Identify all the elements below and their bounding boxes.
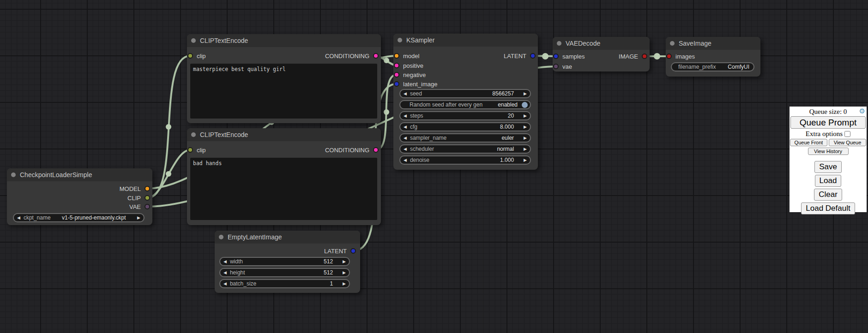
node-vae-decode[interactable]: VAEDecode samples vae IMAGE bbox=[553, 37, 650, 71]
increment-arrow-icon[interactable]: ▶ bbox=[137, 216, 140, 220]
graph-canvas[interactable]: CheckpointLoaderSimple MODEL CLIP VAE ◀ … bbox=[0, 0, 868, 333]
widget-label: Random seed after every gen bbox=[410, 101, 482, 108]
increment-arrow-icon[interactable]: ▶ bbox=[524, 125, 527, 129]
node-save-image[interactable]: SaveImage images filename_prefix ComfyUI bbox=[666, 37, 760, 77]
decrement-arrow-icon[interactable]: ◀ bbox=[404, 125, 407, 129]
queue-prompt-button[interactable]: Queue Prompt bbox=[790, 116, 866, 129]
queue-front-button[interactable]: Queue Front bbox=[790, 139, 827, 146]
widget-label: sampler_name bbox=[410, 135, 446, 141]
decrement-arrow-icon[interactable]: ◀ bbox=[404, 136, 407, 140]
prompt-textarea[interactable]: bad hands bbox=[190, 158, 377, 220]
collapse-dot-icon[interactable] bbox=[557, 41, 561, 46]
extra-options-checkbox[interactable] bbox=[844, 131, 850, 137]
decrement-arrow-icon[interactable]: ◀ bbox=[17, 216, 20, 220]
widget-label: cfg bbox=[410, 124, 417, 130]
seed-widget[interactable]: ◀ seed 8566257 ▶ bbox=[399, 89, 531, 98]
decrement-arrow-icon[interactable]: ◀ bbox=[404, 158, 407, 162]
scheduler-widget[interactable]: ◀ scheduler normal ▶ bbox=[399, 144, 531, 154]
image-port-icon[interactable] bbox=[642, 54, 647, 59]
prompt-textarea[interactable]: masterpiece best quality girl bbox=[190, 64, 377, 119]
model-port-icon[interactable] bbox=[145, 186, 150, 191]
collapse-dot-icon[interactable] bbox=[219, 235, 223, 239]
collapse-dot-icon[interactable] bbox=[191, 132, 196, 137]
increment-arrow-icon[interactable]: ▶ bbox=[524, 158, 527, 162]
node-title: VAEDecode bbox=[566, 40, 600, 47]
ckpt-name-widget[interactable]: ◀ ckpt_name v1-5-pruned-emaonly.ckpt ▶ bbox=[13, 213, 145, 222]
toggle-on-icon[interactable] bbox=[522, 102, 528, 108]
widget-label: filename_prefix bbox=[678, 64, 716, 70]
filename-prefix-widget[interactable]: filename_prefix ComfyUI bbox=[671, 62, 754, 71]
width-widget[interactable]: ◀ width 512 ▶ bbox=[219, 257, 350, 266]
model-port-icon[interactable] bbox=[394, 53, 399, 59]
sampler-name-widget[interactable]: ◀ sampler_name euler ▶ bbox=[399, 133, 531, 143]
collapse-dot-icon[interactable] bbox=[398, 38, 402, 42]
increment-arrow-icon[interactable]: ▶ bbox=[343, 260, 346, 264]
widget-label: height bbox=[230, 269, 245, 276]
latent-port-icon[interactable] bbox=[553, 54, 559, 59]
increment-arrow-icon[interactable]: ▶ bbox=[343, 282, 346, 286]
load-button[interactable]: Load bbox=[815, 175, 842, 187]
decrement-arrow-icon[interactable]: ◀ bbox=[223, 271, 227, 275]
latent-port-icon[interactable] bbox=[394, 81, 399, 87]
clip-port-icon[interactable] bbox=[187, 53, 193, 59]
collapse-dot-icon[interactable] bbox=[670, 41, 675, 46]
vae-port-icon[interactable] bbox=[553, 64, 559, 69]
node-ksampler[interactable]: KSampler model positive negative latent_… bbox=[393, 34, 538, 170]
increment-arrow-icon[interactable]: ▶ bbox=[524, 92, 527, 96]
output-slot-vae: VAE bbox=[129, 203, 150, 210]
widget-label: steps bbox=[410, 113, 423, 119]
clip-port-icon[interactable] bbox=[145, 195, 150, 201]
conditioning-port-icon[interactable] bbox=[373, 53, 379, 59]
random-seed-toggle-widget[interactable]: Random seed after every gen enabled bbox=[399, 100, 531, 109]
collapse-dot-icon[interactable] bbox=[11, 172, 16, 177]
output-label: LATENT bbox=[324, 248, 347, 255]
clear-button[interactable]: Clear bbox=[814, 189, 842, 201]
link-dot bbox=[384, 58, 389, 63]
output-label: LATENT bbox=[504, 53, 526, 59]
decrement-arrow-icon[interactable]: ◀ bbox=[223, 260, 227, 264]
vae-port-icon[interactable] bbox=[145, 204, 150, 209]
increment-arrow-icon[interactable]: ▶ bbox=[343, 271, 346, 275]
extra-options-label: Extra options bbox=[806, 130, 843, 138]
node-clip-text-encode-negative[interactable]: CLIPTextEncode clip CONDITIONING bad han… bbox=[187, 128, 381, 225]
node-checkpoint-loader-simple[interactable]: CheckpointLoaderSimple MODEL CLIP VAE ◀ … bbox=[7, 168, 152, 225]
image-port-icon[interactable] bbox=[666, 54, 672, 59]
widget-value: 8566257 bbox=[492, 90, 520, 97]
batch-size-widget[interactable]: ◀ batch_size 1 ▶ bbox=[219, 279, 350, 288]
increment-arrow-icon[interactable]: ▶ bbox=[524, 147, 527, 151]
decrement-arrow-icon[interactable]: ◀ bbox=[404, 147, 407, 151]
collapse-dot-icon[interactable] bbox=[191, 38, 196, 43]
settings-gear-icon[interactable]: ⚙ bbox=[859, 107, 865, 115]
latent-port-icon[interactable] bbox=[530, 53, 536, 59]
queue-size-label: Queue size: 0 bbox=[809, 108, 847, 115]
steps-widget[interactable]: ◀ steps 20 ▶ bbox=[399, 111, 531, 120]
height-widget[interactable]: ◀ height 512 ▶ bbox=[219, 268, 350, 277]
denoise-widget[interactable]: ◀ denoise 1.000 ▶ bbox=[399, 155, 531, 165]
view-queue-button[interactable]: View Queue bbox=[829, 139, 866, 146]
node-empty-latent-image[interactable]: EmptyLatentImage LATENT ◀ width 512 ▶ ◀ … bbox=[215, 231, 360, 293]
conditioning-port-icon[interactable] bbox=[394, 72, 399, 77]
node-clip-text-encode-positive[interactable]: CLIPTextEncode clip CONDITIONING masterp… bbox=[187, 34, 381, 123]
output-slot-latent: LATENT bbox=[504, 52, 536, 59]
increment-arrow-icon[interactable]: ▶ bbox=[524, 136, 527, 140]
latent-port-icon[interactable] bbox=[350, 248, 356, 254]
increment-arrow-icon[interactable]: ▶ bbox=[524, 114, 527, 118]
widget-label: seed bbox=[410, 90, 422, 97]
conditioning-port-icon[interactable] bbox=[373, 147, 379, 153]
output-label: IMAGE bbox=[619, 53, 638, 60]
widget-value: 512 bbox=[324, 269, 339, 276]
save-button[interactable]: Save bbox=[814, 161, 842, 173]
load-default-button[interactable]: Load Default bbox=[801, 202, 855, 214]
output-slot-conditioning: CONDITIONING bbox=[325, 146, 379, 154]
input-label: images bbox=[675, 53, 695, 60]
view-history-button[interactable]: View History bbox=[808, 148, 849, 155]
decrement-arrow-icon[interactable]: ◀ bbox=[404, 92, 407, 96]
clip-port-icon[interactable] bbox=[187, 147, 193, 153]
cfg-widget[interactable]: ◀ cfg 8.000 ▶ bbox=[399, 122, 531, 131]
widget-value: 1 bbox=[330, 280, 339, 287]
decrement-arrow-icon[interactable]: ◀ bbox=[404, 114, 407, 118]
conditioning-port-icon[interactable] bbox=[394, 63, 399, 68]
output-label: CONDITIONING bbox=[325, 147, 369, 154]
decrement-arrow-icon[interactable]: ◀ bbox=[223, 282, 227, 286]
widget-value: v1-5-pruned-emaonly.ckpt bbox=[62, 214, 126, 221]
